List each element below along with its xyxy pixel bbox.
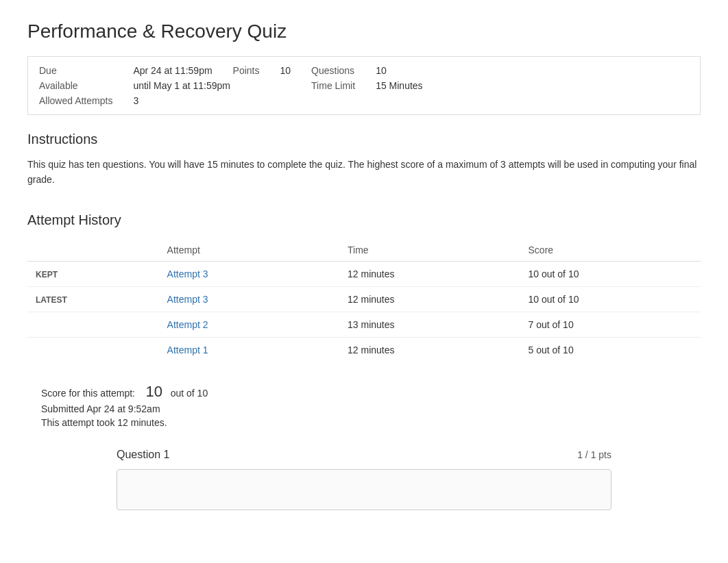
attempt-score: 5 out of 10 [520,337,701,362]
table-row: KEPTAttempt 312 minutes10 out of 10 [27,261,701,286]
allowed-attempts-value: 3 [133,95,212,106]
attempt-link[interactable]: Attempt 3 [167,294,208,305]
score-summary: Score for this attempt: 10 out of 10 Sub… [27,383,701,428]
attempt-badge: KEPT [27,261,159,286]
due-label: Due [39,65,112,76]
question-box [117,469,611,510]
question-points: 1 / 1 pts [577,449,611,460]
questions-label: Questions [311,65,355,76]
attempt-link-cell[interactable]: Attempt 3 [159,261,339,286]
attempt-link[interactable]: Attempt 2 [167,319,208,330]
meta-bar: Due Apr 24 at 11:59pm Points 10 Question… [27,56,701,115]
col-header-attempt: Attempt [159,239,339,262]
attempt-time: 13 minutes [339,312,520,337]
points-value: 10 [280,65,291,76]
table-row: Attempt 213 minutes7 out of 10 [27,312,701,337]
attempt-time: 12 minutes [339,337,520,362]
attempt-badge [27,312,159,337]
points-label: Points [233,65,260,76]
due-value: Apr 24 at 11:59pm [133,65,212,76]
score-for-attempt-label: Score for this attempt: [41,388,135,399]
attempt-link-cell[interactable]: Attempt 2 [159,312,339,337]
score-suffix: out of 10 [171,388,208,399]
allowed-attempts-label: Allowed Attempts [39,95,112,106]
attempt-time: 12 minutes [339,261,520,286]
duration-text: This attempt took 12 minutes. [41,417,701,428]
question-title: Question 1 [117,449,169,461]
instructions-title: Instructions [27,132,701,147]
question-header: Question 1 1 / 1 pts [27,449,701,461]
table-row: Attempt 112 minutes5 out of 10 [27,337,701,362]
col-header-status [27,239,159,262]
attempt-link[interactable]: Attempt 3 [167,268,208,279]
score-number: 10 [146,383,162,400]
question-section: Question 1 1 / 1 pts [27,449,701,510]
attempt-time: 12 minutes [339,286,520,312]
score-summary-row: Score for this attempt: 10 out of 10 [41,383,701,401]
attempt-table: Attempt Time Score KEPTAttempt 312 minut… [27,239,701,362]
attempt-history-section: Attempt History Attempt Time Score KEPTA… [27,212,701,362]
attempt-score: 10 out of 10 [520,261,701,286]
available-label: Available [39,80,112,91]
attempt-history-title: Attempt History [27,212,701,228]
col-header-time: Time [339,239,520,262]
attempt-link-cell[interactable]: Attempt 1 [159,337,339,362]
instructions-text: This quiz has ten questions. You will ha… [27,157,701,188]
attempt-link-cell[interactable]: Attempt 3 [159,286,339,312]
attempt-badge [27,337,159,362]
attempt-link[interactable]: Attempt 1 [167,345,208,355]
submitted-text: Submitted Apr 24 at 9:52am [41,403,701,414]
time-limit-label: Time Limit [311,80,355,91]
table-row: LATESTAttempt 312 minutes10 out of 10 [27,286,701,312]
attempt-badge: LATEST [27,286,159,312]
quiz-title: Performance & Recovery Quiz [27,21,701,42]
questions-value: 10 [376,65,422,76]
attempt-score: 7 out of 10 [520,312,701,337]
col-header-score: Score [520,239,701,262]
available-value: until May 1 at 11:59pm [133,80,291,91]
time-limit-value: 15 Minutes [376,80,422,91]
attempt-score: 10 out of 10 [520,286,701,312]
